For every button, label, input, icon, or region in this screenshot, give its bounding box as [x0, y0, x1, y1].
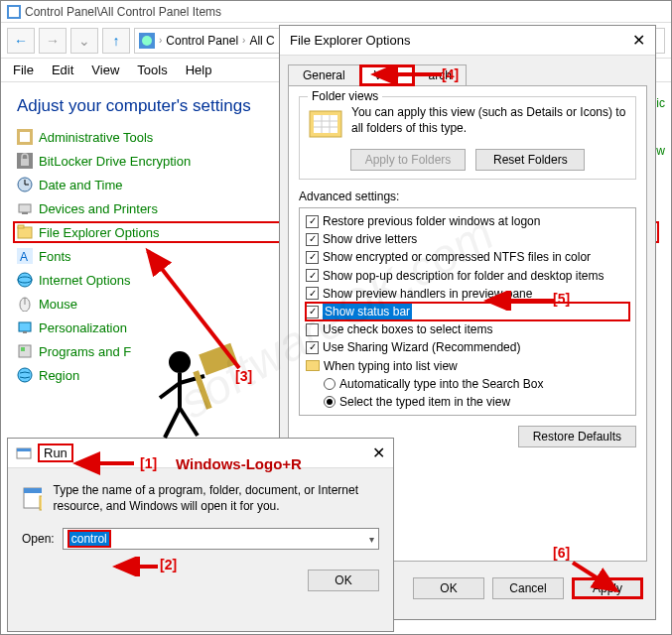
- svg-line-39: [165, 408, 180, 438]
- svg-line-41: [160, 383, 180, 398]
- restore-defaults-button[interactable]: Restore Defaults: [518, 426, 636, 447]
- dialog-title: File Explorer Options: [290, 33, 410, 48]
- folder-views-icon: [308, 105, 343, 141]
- cp-item-label: Programs and F: [39, 344, 131, 359]
- titlebar: Control Panel\All Control Panel Items: [1, 1, 671, 23]
- open-label: Open:: [22, 532, 55, 546]
- advanced-settings-label: Advanced settings:: [299, 190, 636, 203]
- cp-item-label: Personalization: [39, 320, 127, 335]
- setting-label: Show status bar: [323, 304, 412, 319]
- control-panel-icon: [139, 33, 155, 49]
- advanced-setting-item[interactable]: Restore previous folder windows at logon: [306, 212, 629, 230]
- svg-rect-43: [199, 343, 237, 375]
- setting-label: Automatically type into the Search Box: [339, 376, 543, 392]
- svg-text:A: A: [20, 250, 28, 264]
- tab-view[interactable]: View: [359, 64, 415, 86]
- checkbox-icon[interactable]: [306, 251, 319, 264]
- svg-rect-27: [314, 115, 337, 133]
- cp-item-label: Fonts: [39, 249, 71, 264]
- run-icon: [16, 445, 32, 461]
- setting-label: When typing into list view: [324, 358, 458, 374]
- svg-rect-1: [9, 7, 19, 17]
- checkbox-icon[interactable]: [306, 341, 319, 354]
- setting-label: Show preview handlers in preview pane: [323, 286, 532, 302]
- close-icon[interactable]: ✕: [372, 444, 385, 462]
- open-value: control: [67, 530, 111, 548]
- callout-3: [3]: [235, 368, 252, 384]
- advanced-setting-item[interactable]: Show preview handlers in preview pane: [306, 285, 629, 303]
- advanced-settings-list[interactable]: Restore previous folder windows at logon…: [299, 207, 636, 416]
- svg-point-37: [169, 351, 191, 373]
- advanced-setting-item[interactable]: When typing into list view: [306, 357, 629, 375]
- advanced-setting-item[interactable]: Show status bar: [306, 303, 629, 320]
- menu-help[interactable]: Help: [178, 61, 220, 79]
- folder-views-text: You can apply this view (such as Details…: [351, 105, 627, 141]
- reset-folders-button[interactable]: Reset Folders: [475, 149, 585, 171]
- checkbox-icon[interactable]: [306, 215, 319, 228]
- radio-icon[interactable]: [324, 378, 336, 390]
- apply-button[interactable]: Apply: [572, 577, 643, 599]
- menu-edit[interactable]: Edit: [44, 61, 81, 79]
- ok-button[interactable]: OK: [413, 577, 484, 599]
- svg-rect-12: [22, 212, 28, 214]
- keyboard-hint: Windows-Logo+R: [176, 455, 302, 472]
- breadcrumb-item[interactable]: Control Panel: [166, 34, 238, 48]
- checkbox-icon[interactable]: [306, 323, 319, 336]
- advanced-setting-item[interactable]: Select the typed item in the view: [306, 393, 629, 411]
- breadcrumb-sep: ›: [242, 35, 245, 46]
- svg-rect-35: [24, 488, 42, 493]
- advanced-setting-item[interactable]: Show drive letters: [306, 230, 629, 248]
- svg-rect-33: [17, 448, 31, 451]
- checkbox-icon[interactable]: [306, 233, 319, 246]
- advanced-setting-item[interactable]: Automatically type into the Search Box: [306, 375, 629, 393]
- folder-icon: [306, 360, 320, 371]
- run-ok-button[interactable]: OK: [308, 570, 379, 591]
- cp-item-label: Devices and Printers: [39, 201, 158, 216]
- control-panel-icon: [7, 5, 21, 19]
- menu-tools[interactable]: Tools: [129, 61, 175, 79]
- setting-label: Restore previous folder windows at logon: [323, 213, 540, 229]
- svg-rect-7: [21, 159, 29, 166]
- cp-item-label: Region: [39, 368, 79, 383]
- folder-views-group: Folder views You can apply this view (su…: [299, 96, 636, 180]
- svg-rect-13: [18, 227, 32, 238]
- dialog-titlebar: File Explorer Options ✕: [280, 26, 655, 56]
- advanced-setting-item[interactable]: Show encrypted or compressed NTFS files …: [306, 248, 629, 266]
- advanced-setting-item[interactable]: Use Sharing Wizard (Recommended): [306, 338, 629, 356]
- cp-item-label: Mouse: [39, 297, 77, 312]
- dropdown-icon[interactable]: ▾: [369, 534, 374, 545]
- dropdown-history[interactable]: ⌄: [70, 28, 98, 54]
- menu-file[interactable]: File: [5, 61, 42, 79]
- open-input[interactable]: control ▾: [63, 528, 379, 550]
- breadcrumb-item[interactable]: All C: [249, 34, 274, 48]
- callout-6: [6]: [553, 545, 570, 561]
- setting-label: Select the typed item in the view: [339, 394, 510, 410]
- radio-icon[interactable]: [324, 396, 336, 408]
- advanced-setting-item[interactable]: Use check boxes to select items: [306, 320, 629, 338]
- setting-label: Use Sharing Wizard (Recommended): [323, 339, 520, 355]
- checkbox-icon[interactable]: [306, 269, 319, 282]
- setting-label: Show pop-up description for folder and d…: [323, 268, 605, 284]
- forward-button[interactable]: →: [39, 28, 67, 54]
- tabs: General View arch: [288, 64, 647, 85]
- callout-5: [5]: [553, 291, 570, 307]
- menu-view[interactable]: View: [83, 61, 127, 79]
- window-title: Control Panel\All Control Panel Items: [25, 5, 221, 19]
- setting-label: Show drive letters: [323, 231, 417, 247]
- back-button[interactable]: ←: [7, 28, 35, 54]
- advanced-setting-item[interactable]: Show pop-up description for folder and d…: [306, 267, 629, 285]
- close-icon[interactable]: ✕: [632, 31, 645, 50]
- up-button[interactable]: ↑: [102, 28, 130, 54]
- cancel-button[interactable]: Cancel: [492, 577, 564, 599]
- setting-label: Show encrypted or compressed NTFS files …: [323, 249, 591, 265]
- setting-label: Use check boxes to select items: [323, 321, 492, 337]
- checkbox-icon[interactable]: [306, 306, 319, 318]
- svg-rect-24: [21, 347, 25, 351]
- svg-point-17: [18, 273, 32, 287]
- apply-to-folders-button[interactable]: Apply to Folders: [350, 149, 467, 171]
- svg-rect-11: [19, 204, 31, 212]
- group-label: Folder views: [308, 89, 382, 103]
- tab-general[interactable]: General: [288, 64, 360, 86]
- stickman-illustration: [150, 338, 249, 447]
- checkbox-icon[interactable]: [306, 287, 319, 300]
